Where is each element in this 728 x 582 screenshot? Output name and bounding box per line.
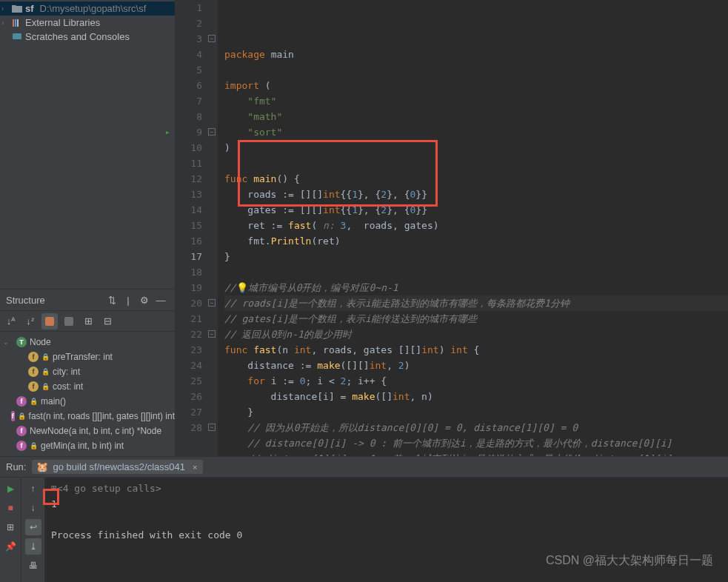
layout-icon[interactable]: ⊞ <box>2 519 19 535</box>
filter-fields-icon[interactable] <box>41 313 58 330</box>
code-line[interactable]: // distance[0][i] -> 0 : 前一个城市到达i，是走路的方式… <box>224 435 728 451</box>
svg-rect-2 <box>17 19 19 27</box>
fold-toggle-icon[interactable]: − <box>208 35 216 42</box>
structure-node[interactable]: f🔒city: int <box>0 364 175 379</box>
svg-rect-5 <box>64 317 73 326</box>
project-tree-row[interactable]: Scratches and Consoles <box>0 30 175 44</box>
node-label: main() <box>41 396 66 407</box>
structure-node[interactable]: f🔒main() <box>0 394 175 409</box>
func-badge-icon: f <box>11 411 14 421</box>
type-badge-icon: T <box>16 337 27 347</box>
up-icon[interactable]: ↑ <box>25 481 41 497</box>
code-line[interactable]: "sort" <box>224 124 728 140</box>
structure-node[interactable]: f🔒getMin(a int, b int) int <box>0 438 175 453</box>
structure-node[interactable]: f🔒fast(n int, roads [][]int, gates [][]i… <box>0 409 175 424</box>
structure-node[interactable]: fNewNode(a int, b int, c int) *Node <box>0 424 175 438</box>
down-icon[interactable]: ↓ <box>25 500 41 516</box>
close-icon[interactable]: × <box>193 463 197 472</box>
code-line[interactable]: "fmt" <box>224 93 728 109</box>
field-badge-icon: f <box>28 367 39 377</box>
code-line[interactable]: // 因为从0开始走，所以distance[0][0] = 0, distanc… <box>224 420 728 435</box>
code-line[interactable]: } <box>224 249 728 264</box>
svg-rect-4 <box>45 317 54 326</box>
divider-icon: | <box>120 292 136 308</box>
left-panel: › sf D:\mysetup\gopath\src\sf › External… <box>0 0 176 456</box>
chevron-right-icon[interactable]: › <box>1 5 9 13</box>
project-path: D:\mysetup\gopath\src\sf <box>40 3 147 14</box>
run-tabs-bar: Run: 🐹 go build sf/newclass2/class041 × <box>0 457 728 478</box>
pin-icon[interactable]: 📌 <box>2 538 19 555</box>
code-line[interactable]: "math" <box>224 109 728 124</box>
code-line[interactable]: distance[i] = make([]int, n) <box>224 389 728 404</box>
run-panel: Run: 🐹 go build sf/newclass2/class041 × … <box>0 456 728 582</box>
code-line[interactable]: // distance[1][i] -> 1 : 前一个城市到达i，是传送的方式… <box>224 451 728 456</box>
sort-icon[interactable]: ⇅ <box>104 292 120 308</box>
run-config-tab[interactable]: 🐹 go build sf/newclass2/class041 × <box>32 460 203 474</box>
code-line[interactable]: //💡城市编号从0开始，编号对应0~n-1 <box>224 280 728 295</box>
code-line[interactable] <box>224 264 728 280</box>
console-line: 1 <box>51 496 722 512</box>
structure-node[interactable]: f🔒preTransfer: int <box>0 349 175 364</box>
code-line[interactable]: import ( <box>224 78 728 93</box>
run-label: Run: <box>6 461 26 472</box>
code-line[interactable]: } <box>224 404 728 420</box>
project-tree-row[interactable]: › sf D:\mysetup\gopath\src\sf <box>0 1 175 16</box>
scroll-end-icon[interactable]: ⤓ <box>25 538 41 555</box>
sort-alpha2-icon[interactable]: ↓ᶻ <box>22 313 39 330</box>
minimize-icon[interactable]: — <box>153 292 169 308</box>
code-line[interactable]: // roads[i]是一个数组，表示i能走路达到的城市有哪些，每条路都花费1分… <box>224 295 728 311</box>
print-icon[interactable]: 🖶 <box>25 558 41 574</box>
structure-title: Structure <box>6 295 104 306</box>
sort-alpha-icon[interactable]: ↓ᴬ <box>3 313 19 330</box>
code-line[interactable]: roads := [][]int{{1}, {2}, {0}} <box>224 187 728 202</box>
fold-toggle-icon[interactable]: − <box>208 330 216 338</box>
code-line[interactable]: gates := [][]int{{1}, {2}, {0}} <box>224 202 728 218</box>
lock-icon: 🔒 <box>41 383 50 390</box>
node-label: city: int <box>53 367 80 377</box>
go-icon: 🐹 <box>36 461 48 472</box>
filter-public-icon[interactable] <box>61 313 77 330</box>
code-area[interactable]: package mainimport ( "fmt" "math" "sort"… <box>218 0 728 456</box>
code-line[interactable] <box>224 62 728 78</box>
node-label: preTransfer: int <box>53 352 113 362</box>
fold-toggle-icon[interactable]: − <box>208 424 216 431</box>
code-line[interactable]: distance := make([][]int, 2) <box>224 358 728 373</box>
expand-all-icon[interactable]: ⊞ <box>80 313 96 330</box>
code-line[interactable]: fmt.Println(ret) <box>224 233 728 249</box>
code-line[interactable]: // 返回从0到n-1的最少用时 <box>224 327 728 342</box>
code-line[interactable]: func main() { <box>224 171 728 187</box>
fold-column[interactable]: −−−−− <box>207 0 218 456</box>
gear-icon[interactable]: ⚙ <box>136 292 153 308</box>
structure-header: Structure ⇅ | ⚙ — <box>0 289 175 311</box>
chevron-icon[interactable]: ⌄ <box>3 338 10 346</box>
chevron-right-icon[interactable]: › <box>1 19 9 27</box>
node-label: fast(n int, roads [][]int, gates [][]int… <box>29 411 175 421</box>
fold-toggle-icon[interactable]: − <box>208 128 216 136</box>
structure-toolbar: ↓ᴬ ↓ᶻ ⊞ ⊟ <box>0 311 175 332</box>
node-label: Node <box>30 337 51 347</box>
rerun-icon[interactable]: ▶ <box>2 481 19 497</box>
code-line[interactable]: // gates[i]是一个数组，表示i能传送达到的城市有哪些 <box>224 311 728 327</box>
structure-node[interactable]: ⌄TNode <box>0 335 175 349</box>
project-name: sf <box>25 3 34 14</box>
fold-toggle-icon[interactable]: − <box>208 299 216 307</box>
code-line[interactable]: package main <box>224 47 728 62</box>
code-line[interactable]: func fast(n int, roads, gates [][]int) i… <box>224 342 728 358</box>
soft-wrap-icon[interactable]: ↩ <box>25 519 41 535</box>
editor-panel: 1234567891011121314151617181920212223242… <box>176 0 728 456</box>
code-line[interactable]: for i := 0; i < 2; i++ { <box>224 373 728 389</box>
structure-node[interactable]: f🔒cost: int <box>0 379 175 394</box>
lock-icon: 🔒 <box>41 353 50 361</box>
code-line[interactable]: ) <box>224 140 728 155</box>
func-badge-icon: f <box>16 441 27 451</box>
code-line[interactable]: ret := fast( n: 3, roads, gates) <box>224 218 728 233</box>
console-output[interactable]: ⊞<4 go setup calls>1Process finished wit… <box>45 478 728 582</box>
node-label: getMin(a int, b int) int <box>41 441 124 451</box>
collapse-all-icon[interactable]: ⊟ <box>99 313 116 330</box>
code-line[interactable] <box>224 155 728 171</box>
libraries-icon <box>12 18 22 28</box>
field-badge-icon: f <box>28 352 39 362</box>
line-gutter[interactable]: 1234567891011121314151617181920212223242… <box>176 0 207 456</box>
project-tree-row[interactable]: › External Libraries <box>0 16 175 30</box>
stop-icon[interactable]: ■ <box>2 500 19 516</box>
